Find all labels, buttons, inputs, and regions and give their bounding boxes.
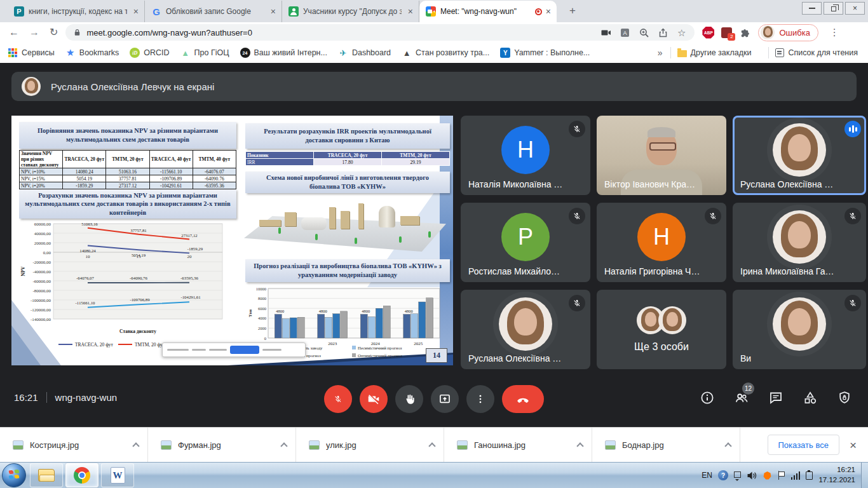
show-all-downloads-button[interactable]: Показать все bbox=[768, 435, 839, 455]
bookmark-circle24[interactable]: Ваш живий Інтерн... bbox=[240, 48, 327, 58]
participant-tile[interactable]: Ви bbox=[733, 290, 866, 369]
back-icon[interactable]: ← bbox=[9, 27, 19, 37]
close-icon[interactable]: × bbox=[850, 439, 857, 451]
other-bookmarks-button[interactable]: Другие закладки bbox=[677, 48, 752, 57]
chevron-up-icon[interactable] bbox=[576, 442, 583, 449]
browser-tab[interactable]: Учасники курсу "Допуск до зах× bbox=[282, 1, 419, 22]
translate-icon[interactable]: A bbox=[620, 28, 630, 37]
chevron-up-icon[interactable] bbox=[280, 442, 287, 449]
explorer-taskbar-button[interactable] bbox=[30, 463, 63, 487]
chrome-taskbar-button[interactable] bbox=[65, 463, 98, 487]
bookmark-pyramid[interactable]: Стан розвитку тра... bbox=[402, 48, 489, 58]
svg-text:0: 0 bbox=[264, 336, 266, 341]
cam-off-button[interactable] bbox=[360, 385, 388, 413]
tab-close-icon[interactable]: × bbox=[269, 7, 278, 16]
participant-tile[interactable]: Віктор Іванович Кра… bbox=[597, 116, 726, 195]
bookmark-orcid[interactable]: ORCID bbox=[130, 48, 169, 58]
end-call-button[interactable] bbox=[502, 385, 544, 413]
minimize-button[interactable] bbox=[802, 2, 822, 15]
reload-icon[interactable]: ↻ bbox=[50, 27, 58, 37]
close-button[interactable]: × bbox=[845, 2, 865, 15]
present-button[interactable] bbox=[431, 385, 459, 413]
camera-active-icon[interactable] bbox=[601, 28, 611, 37]
svg-text:-115661,10: -115661,10 bbox=[76, 301, 95, 305]
tray-language[interactable]: EN bbox=[702, 471, 712, 480]
address-bar[interactable]: meet.google.com/wng-navg-wun?authuser=0 … bbox=[65, 24, 695, 41]
participant-tile[interactable]: Руслана Олексіївна … bbox=[733, 116, 866, 195]
share-icon[interactable] bbox=[658, 28, 668, 37]
profile-button[interactable]: Ошибка bbox=[758, 24, 818, 41]
download-chip[interactable]: Ганошина.jpg bbox=[444, 428, 592, 462]
download-chip[interactable]: Костриця.jpg bbox=[0, 428, 148, 462]
npv-table: Значення NPV при різних ставках дисконту… bbox=[19, 150, 236, 189]
classroom-favicon bbox=[288, 6, 299, 17]
browser-menu-icon[interactable]: ⋮ bbox=[830, 27, 839, 38]
zoom-icon[interactable] bbox=[639, 28, 649, 37]
action-center-flag-icon[interactable] bbox=[778, 471, 785, 480]
bookmark-star[interactable]: Bookmarks bbox=[65, 48, 119, 58]
word-taskbar-button[interactable] bbox=[101, 463, 134, 487]
adblock-plus-icon[interactable] bbox=[702, 27, 714, 39]
bookmark-apps[interactable]: Сервисы bbox=[8, 48, 55, 58]
participant-tile[interactable]: Руслана Олексіївна … bbox=[461, 290, 590, 369]
browser-tab[interactable]: Meet: "wng-navg-wun"× bbox=[419, 1, 557, 22]
download-chip[interactable]: Боднар.jpg bbox=[592, 428, 740, 462]
new-tab-button[interactable]: + bbox=[564, 3, 581, 19]
restore-button[interactable] bbox=[824, 2, 843, 15]
extension-icon[interactable]: 2 bbox=[721, 27, 732, 38]
participant-tile[interactable]: Ще 3 особи bbox=[597, 290, 726, 369]
network-signal-icon[interactable] bbox=[791, 471, 801, 480]
start-button[interactable] bbox=[2, 463, 26, 487]
popup-button bbox=[230, 346, 259, 354]
svg-text:10: 10 bbox=[86, 254, 91, 259]
svg-text:Тон: Тон bbox=[248, 309, 253, 317]
browser-tab[interactable]: книги, інструкції, кодекс на тран× bbox=[8, 1, 145, 22]
video-person-head bbox=[646, 130, 677, 165]
chevron-up-icon[interactable] bbox=[428, 442, 435, 449]
raise-hand-button[interactable] bbox=[395, 385, 423, 413]
meet-favicon bbox=[426, 6, 436, 17]
more-button[interactable] bbox=[466, 385, 494, 413]
participant-tile[interactable]: РРостислав Михайло… bbox=[461, 203, 590, 282]
letter-avatar: Р bbox=[501, 213, 550, 261]
taskbar-clock[interactable]: 16:21 17.12.2021 bbox=[818, 465, 855, 485]
participant-tile[interactable]: ННаталія Григорівна Ч… bbox=[597, 203, 726, 282]
bookmark-plane[interactable]: Dashboard bbox=[338, 48, 391, 58]
svg-text:Оптимістичний прогноз: Оптимістичний прогноз bbox=[358, 353, 402, 358]
activities-icon[interactable] bbox=[802, 390, 818, 406]
hidden-icons-icon[interactable] bbox=[734, 471, 741, 478]
participant-tile[interactable]: Ірина Миколаївна Га… bbox=[733, 203, 866, 282]
participant-tile[interactable]: ННаталія Миколаївна … bbox=[461, 116, 590, 195]
presenting-banner: Руслана Олексіївна Левчук на екрані bbox=[11, 72, 857, 101]
chevron-up-icon[interactable] bbox=[132, 442, 139, 449]
bookmarks-overflow-icon[interactable]: » bbox=[658, 48, 663, 58]
download-chip[interactable]: улик.jpg bbox=[296, 428, 444, 462]
host-controls-icon[interactable] bbox=[836, 390, 853, 406]
shared-screen-popup bbox=[162, 342, 306, 357]
bookmark-tower[interactable]: Про ГіОЦ bbox=[180, 48, 229, 58]
photo-avatar bbox=[773, 297, 826, 351]
volume-icon[interactable] bbox=[747, 471, 757, 480]
chat-icon[interactable] bbox=[768, 390, 784, 406]
bookmark-yammer[interactable]: Yammer : Выполне... bbox=[500, 48, 590, 58]
info-icon[interactable] bbox=[699, 390, 715, 406]
bookmark-label: Dashboard bbox=[352, 48, 391, 57]
forward-icon[interactable]: → bbox=[29, 27, 39, 37]
tab-close-icon[interactable]: × bbox=[544, 7, 553, 16]
recording-indicator bbox=[535, 8, 542, 15]
download-chip[interactable]: Фурман.jpg bbox=[148, 428, 296, 462]
help-icon[interactable] bbox=[718, 470, 728, 480]
svg-text:-140000,00: -140000,00 bbox=[31, 317, 51, 322]
avast-icon[interactable] bbox=[763, 471, 772, 480]
chevron-up-icon[interactable] bbox=[724, 442, 731, 449]
tab-close-icon[interactable]: × bbox=[132, 7, 140, 16]
tab-close-icon[interactable]: × bbox=[406, 7, 415, 16]
show-desktop-button[interactable] bbox=[861, 463, 868, 488]
star-icon[interactable] bbox=[677, 28, 686, 37]
mic-off-button[interactable] bbox=[324, 385, 352, 413]
clipboard-icon[interactable] bbox=[806, 471, 813, 480]
browser-tab[interactable]: Обліковий запис Google× bbox=[145, 1, 282, 22]
people-icon[interactable]: 12 bbox=[733, 390, 750, 406]
reading-list-button[interactable]: Список для чтения bbox=[775, 48, 858, 57]
puzzle-icon[interactable] bbox=[739, 27, 751, 39]
